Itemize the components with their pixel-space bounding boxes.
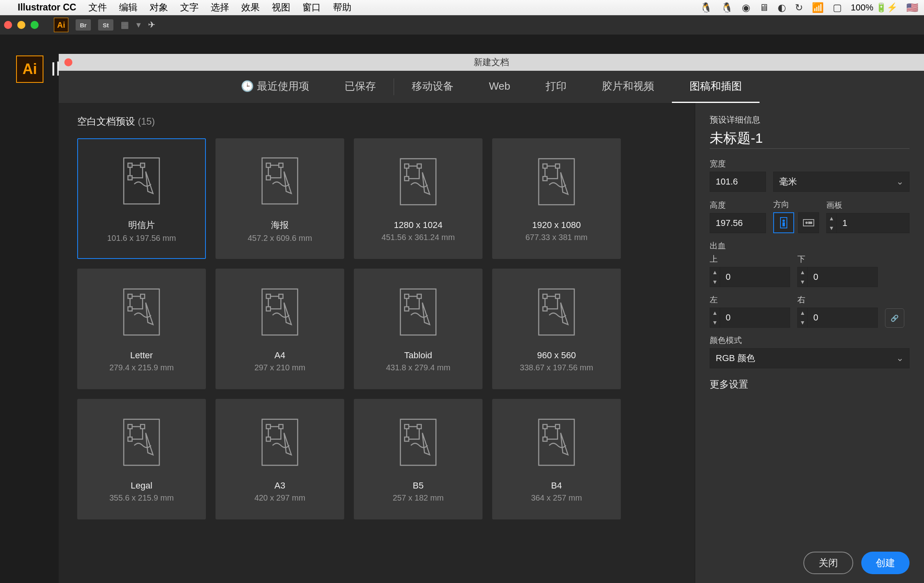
menu-window[interactable]: 窗口 [302,1,321,14]
dialog-close-button[interactable] [64,58,72,66]
tab-print[interactable]: 打印 [528,71,584,103]
siri-icon[interactable]: ◐ [778,2,786,13]
wifi-icon[interactable]: 📶 [812,2,824,13]
bleed-left-stepper[interactable]: ▲▼ [710,308,790,328]
width-value[interactable] [716,177,760,187]
preset-card[interactable]: B4 364 x 257 mm [492,399,621,519]
bleed-right-value[interactable] [808,308,878,328]
stepper-down-icon[interactable]: ▼ [827,223,836,233]
window-zoom-button[interactable] [31,21,39,29]
svg-rect-18 [555,164,559,168]
preset-card[interactable]: 1920 x 1080 677.33 x 381 mm [492,138,621,259]
preset-card[interactable]: B5 257 x 182 mm [354,399,483,519]
orientation-landscape-button[interactable] [798,212,819,233]
preset-card[interactable]: Legal 355.6 x 215.9 mm [77,399,206,519]
bridge-button[interactable]: Br [76,19,91,31]
stepper-up-icon[interactable]: ▲ [798,267,807,277]
menu-help[interactable]: 帮助 [333,1,351,14]
window-close-button[interactable] [4,21,12,29]
preset-name: 明信片 [128,219,155,231]
display-icon[interactable]: 🖥 [759,2,769,13]
flag-icon[interactable]: 🇺🇸 [906,2,918,13]
stepper-down-icon[interactable]: ▼ [710,277,720,287]
height-value[interactable] [716,218,760,228]
stepper-up-icon[interactable]: ▲ [710,267,720,277]
artboards-stepper[interactable]: ▲ ▼ [826,213,910,233]
menu-select[interactable]: 选择 [211,1,229,14]
preset-dimensions: 677.33 x 381 mm [526,233,588,242]
close-button[interactable]: 关闭 [803,552,853,574]
stepper-up-icon[interactable]: ▲ [798,308,807,318]
tab-film[interactable]: 胶片和视频 [584,71,672,103]
menu-file[interactable]: 文件 [88,1,107,14]
app-name[interactable]: Illustrator CC [18,2,76,13]
menu-type[interactable]: 文字 [180,1,199,14]
presets-count: (15) [138,116,155,127]
preset-dimensions: 297 x 210 mm [255,363,306,372]
preset-card[interactable]: 960 x 560 338.67 x 197.56 mm [492,269,621,389]
airplay-icon[interactable]: ▢ [833,2,842,13]
preset-card[interactable]: Letter 279.4 x 215.9 mm [77,269,206,389]
preset-card[interactable]: Tabloid 431.8 x 279.4 mm [354,269,483,389]
tab-recent[interactable]: 🕒 最近使用项 [223,71,327,103]
bleed-left-value[interactable] [720,308,790,328]
tab-saved[interactable]: 已保存 [327,71,394,103]
chevron-down-icon[interactable]: ▾ [136,20,141,30]
svg-point-64 [805,222,808,224]
bleed-link-button[interactable]: 🔗 [885,308,904,328]
bleed-bottom-value[interactable] [808,267,878,287]
preset-card[interactable]: 明信片 101.6 x 197.56 mm [77,138,206,259]
preset-document-icon [119,155,164,207]
battery-status[interactable]: 100% 🔋⚡ [851,2,897,13]
tab-mobile[interactable]: 移动设备 [394,71,471,103]
stepper-up-icon[interactable]: ▲ [710,308,720,318]
stock-button[interactable]: St [98,19,113,31]
height-input[interactable] [710,213,766,233]
more-settings-button[interactable]: 更多设置 [710,378,910,391]
svg-rect-52 [405,424,409,428]
svg-rect-43 [140,424,144,428]
dialog-title: 新建文档 [474,56,509,68]
qq-icon[interactable]: 🐧 [700,2,712,13]
stepper-up-icon[interactable]: ▲ [827,213,836,223]
preset-card[interactable]: A4 297 x 210 mm [216,269,344,389]
tab-art[interactable]: 图稿和插图 [672,71,760,103]
tab-web[interactable]: Web [471,71,528,103]
creative-cloud-icon[interactable]: ◉ [742,2,750,13]
bleed-left-label: 左 [710,294,790,305]
qq-icon[interactable]: 🐧 [721,2,733,13]
preset-card[interactable]: 1280 x 1024 451.56 x 361.24 mm [354,138,483,259]
menu-effect[interactable]: 效果 [241,1,260,14]
bleed-top-value[interactable] [720,267,790,287]
stepper-down-icon[interactable]: ▼ [798,277,807,287]
artboards-value[interactable] [837,213,910,233]
illustrator-logo-large: Ai [16,55,43,83]
preset-card[interactable]: A3 420 x 297 mm [216,399,344,519]
unit-select[interactable]: 毫米 ⌄ [773,172,910,192]
bleed-top-stepper[interactable]: ▲▼ [710,267,790,287]
svg-rect-49 [266,437,270,441]
create-button[interactable]: 创建 [861,552,910,574]
menu-edit[interactable]: 编辑 [119,1,138,14]
window-minimize-button[interactable] [17,21,25,29]
preset-dimensions: 257 x 182 mm [393,493,444,503]
stepper-down-icon[interactable]: ▼ [710,318,720,327]
menu-view[interactable]: 视图 [272,1,290,14]
width-input[interactable] [710,172,766,192]
height-label: 高度 [710,200,766,211]
svg-rect-47 [266,424,270,428]
arrange-documents-icon[interactable]: ▦ [121,20,129,30]
preset-card[interactable]: 海报 457.2 x 609.6 mm [216,138,344,259]
stepper-down-icon[interactable]: ▼ [798,318,807,327]
menu-object[interactable]: 对象 [150,1,168,14]
bleed-bottom-label: 下 [797,254,878,265]
gpu-icon[interactable]: ✈ [148,20,155,30]
bleed-right-stepper[interactable]: ▲▼ [797,308,878,328]
document-name-input[interactable] [710,130,910,146]
orientation-portrait-button[interactable] [773,212,794,233]
bleed-bottom-stepper[interactable]: ▲▼ [797,267,878,287]
sync-icon[interactable]: ↻ [795,2,803,13]
color-mode-select[interactable]: RGB 颜色 ⌄ [710,348,910,368]
svg-rect-57 [543,424,547,428]
svg-rect-42 [128,424,132,428]
